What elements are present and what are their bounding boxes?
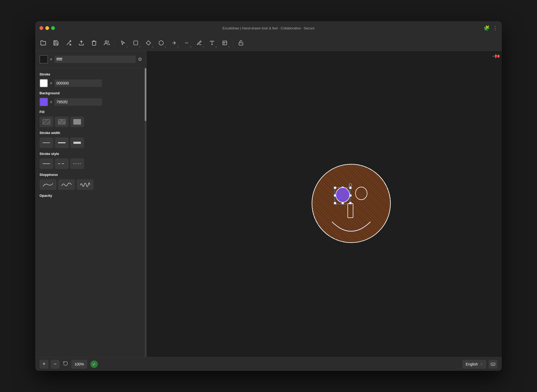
color-settings-icon[interactable]: ⚙ bbox=[138, 56, 142, 62]
select-tool[interactable]: 1 bbox=[117, 37, 129, 49]
canvas-area[interactable]: 📌 bbox=[147, 51, 502, 357]
left-panel: # ffffff ⚙ Stroke # 000000 bbox=[35, 51, 147, 357]
stroke-style-options bbox=[39, 158, 143, 169]
fullscreen-button[interactable] bbox=[51, 26, 55, 30]
hash-symbol: # bbox=[50, 57, 52, 61]
line-tool[interactable]: 6 bbox=[181, 37, 192, 49]
fill-crosshatch-preview bbox=[58, 119, 65, 124]
rectangle-tool[interactable]: 2 bbox=[130, 37, 142, 49]
file-tools bbox=[37, 37, 113, 49]
more-icon[interactable]: ⋮ bbox=[493, 25, 498, 31]
minimize-button[interactable] bbox=[45, 26, 49, 30]
export-button[interactable] bbox=[63, 37, 74, 49]
smiley-svg bbox=[306, 158, 396, 248]
app-window: Excalidraw | Hand-drawn look & feel · Co… bbox=[35, 21, 502, 371]
stroke-thick-button[interactable] bbox=[70, 137, 84, 148]
svg-rect-22 bbox=[334, 187, 336, 189]
svg-point-35 bbox=[336, 188, 350, 202]
slop-3-icon bbox=[80, 181, 90, 188]
stroke-thick-preview bbox=[73, 142, 81, 144]
titlebar: Excalidraw | Hand-drawn look & feel · Co… bbox=[35, 21, 502, 35]
image-tool[interactable]: 9 bbox=[219, 37, 231, 49]
stroke-style-label: Stroke style bbox=[39, 152, 143, 156]
svg-rect-27 bbox=[334, 202, 336, 204]
color-top-bar: # ffffff ⚙ bbox=[35, 51, 146, 68]
traffic-lights bbox=[39, 26, 55, 30]
svg-rect-24 bbox=[349, 187, 351, 189]
svg-rect-38 bbox=[491, 363, 495, 365]
canvas-color-input[interactable]: ffffff bbox=[54, 56, 136, 63]
scrollbar-thumb[interactable] bbox=[145, 68, 146, 121]
fill-solid-preview bbox=[73, 119, 81, 124]
zoom-out-button[interactable]: − bbox=[51, 360, 60, 369]
fill-hatch-preview bbox=[43, 119, 50, 124]
keyboard-shortcuts-button[interactable] bbox=[488, 360, 498, 369]
stroke-color-swatch[interactable] bbox=[39, 79, 48, 87]
chevron-up-icon bbox=[480, 363, 483, 366]
stroke-dashed-button[interactable] bbox=[55, 158, 69, 169]
text-tool[interactable]: 8 bbox=[206, 37, 218, 49]
window-title: Excalidraw | Hand-drawn look & feel · Co… bbox=[222, 26, 314, 30]
open-file-button[interactable] bbox=[37, 37, 49, 49]
canvas-color-swatch[interactable] bbox=[39, 55, 48, 64]
stroke-thin-preview bbox=[43, 142, 50, 143]
pencil-tool[interactable]: 7 bbox=[193, 37, 205, 49]
zoom-level-button[interactable]: 100% bbox=[71, 360, 87, 369]
lock-tool[interactable] bbox=[235, 37, 247, 49]
stroke-medium-button[interactable] bbox=[55, 137, 69, 148]
stroke-solid-preview bbox=[43, 163, 50, 164]
stroke-dotted-button[interactable] bbox=[70, 158, 84, 169]
stroke-thin-button[interactable] bbox=[39, 137, 53, 148]
stroke-dashed-preview bbox=[58, 163, 65, 164]
background-color-input[interactable]: 7950f2 bbox=[54, 98, 102, 106]
slop-1-icon bbox=[43, 181, 53, 188]
ellipse-tool[interactable]: 4 bbox=[155, 37, 167, 49]
content-area: # ffffff ⚙ Stroke # 000000 bbox=[35, 51, 502, 357]
stroke-solid-button[interactable] bbox=[39, 158, 53, 169]
arrow-tool[interactable]: 5 bbox=[168, 37, 180, 49]
stroke-color-row: # 000000 bbox=[39, 79, 143, 87]
background-color-row: # 7950f2 bbox=[39, 98, 143, 106]
stroke-label: Stroke bbox=[39, 72, 143, 76]
delete-button[interactable] bbox=[88, 37, 100, 49]
fill-solid-button[interactable] bbox=[70, 117, 84, 127]
extensions-icon[interactable]: 🧩 bbox=[484, 25, 490, 31]
top-toolbar: 1 2 3 4 5 bbox=[35, 35, 502, 51]
svg-rect-4 bbox=[134, 41, 138, 45]
sloppiness-2-button[interactable] bbox=[58, 179, 75, 190]
keyboard-icon bbox=[491, 362, 495, 367]
svg-point-6 bbox=[159, 41, 164, 45]
svg-rect-14 bbox=[239, 43, 243, 45]
close-button[interactable] bbox=[39, 26, 43, 30]
smiley-drawing bbox=[306, 158, 396, 250]
svg-marker-5 bbox=[146, 41, 151, 45]
stroke-medium-preview bbox=[58, 142, 65, 143]
fill-options bbox=[39, 117, 143, 127]
diamond-tool[interactable]: 3 bbox=[143, 37, 154, 49]
sloppiness-3-button[interactable] bbox=[77, 179, 94, 190]
stroke-color-input[interactable]: 000000 bbox=[54, 79, 102, 87]
fill-hatch-button[interactable] bbox=[39, 117, 53, 127]
zoom-reset-icon[interactable] bbox=[63, 361, 68, 367]
background-color-swatch[interactable] bbox=[39, 98, 48, 106]
bottom-bar: + − 100% ✓ English bbox=[35, 357, 502, 371]
properties-panel: Stroke # 000000 Background # 7950f2 Fi bbox=[35, 68, 146, 204]
opacity-label: Opacity bbox=[39, 194, 143, 198]
background-hash: # bbox=[50, 100, 52, 104]
stroke-hash: # bbox=[50, 81, 52, 85]
language-selector[interactable]: English bbox=[463, 360, 486, 369]
collaborate-button[interactable] bbox=[101, 37, 113, 49]
share-button[interactable] bbox=[76, 37, 87, 49]
svg-rect-11 bbox=[223, 41, 227, 45]
sloppiness-1-button[interactable] bbox=[39, 179, 56, 190]
save-button[interactable] bbox=[50, 37, 62, 49]
background-label: Background bbox=[39, 91, 143, 95]
stroke-width-options bbox=[39, 137, 143, 148]
stroke-width-label: Stroke width bbox=[39, 131, 143, 135]
sloppiness-options bbox=[39, 179, 143, 190]
stroke-dotted-preview bbox=[73, 163, 81, 164]
fill-label: Fill bbox=[39, 110, 143, 114]
pin-icon: 📌 bbox=[492, 52, 501, 61]
fill-crosshatch-button[interactable] bbox=[55, 117, 69, 127]
zoom-in-button[interactable]: + bbox=[39, 360, 49, 369]
